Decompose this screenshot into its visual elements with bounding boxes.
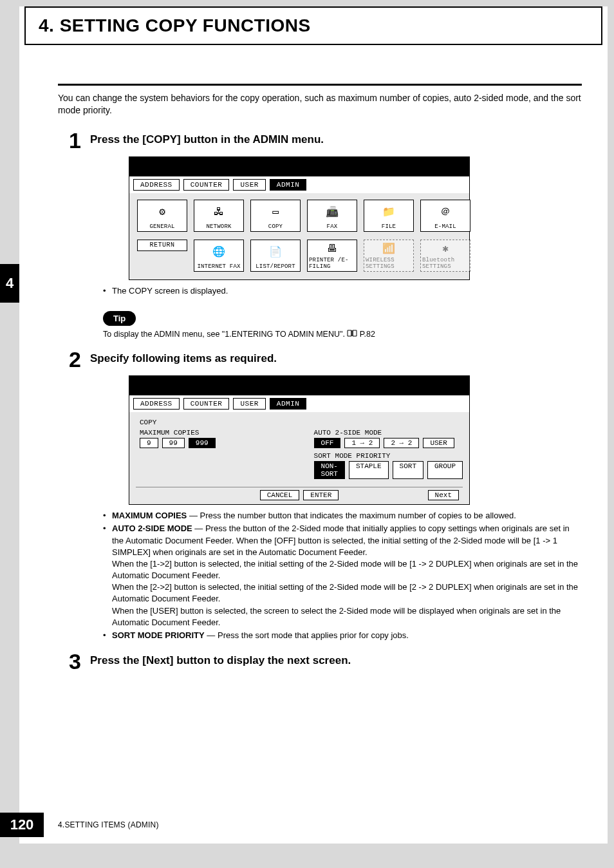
auto-2side-label: AUTO 2-SIDE MODE [314,429,463,437]
admin-menu-wireless: 📶WIRELESS SETTINGS [364,240,414,272]
fax-icon: 📠 [326,202,339,223]
tab-admin[interactable]: ADMIN [270,179,307,191]
step-2: 2 Specify following items as required. [64,348,582,370]
chapter-header: 4. SETTING COPY FUNCTIONS [24,6,602,45]
side-chapter-tab: 4 [0,264,19,303]
admin-menu-general[interactable]: ⚙GENERAL [137,200,187,232]
screenshot-topbar [129,376,469,395]
max-copies-9[interactable]: 9 [140,438,158,448]
copy-settings-screenshot: ADDRESS COUNTER USER ADMIN COPY MAXIMUM … [129,375,470,505]
sort-staple[interactable]: STAPLE [349,461,389,479]
step-number: 3 [64,650,81,672]
auto-2side-1to2[interactable]: 1 → 2 [344,438,380,448]
tab-counter[interactable]: COUNTER [183,398,230,410]
auto-2side-user[interactable]: USER [423,438,454,448]
copy-icon: ▭ [272,202,279,223]
sort-mode-label: SORT MODE PRIORITY [314,452,463,460]
step-1: 1 Press the [COPY] button in the ADMIN m… [64,129,582,151]
wireless-icon: 📶 [382,241,395,257]
max-copies-99[interactable]: 99 [162,438,185,448]
page-reference: P.82 [360,330,375,339]
tip-text: To display the ADMIN menu, see "1.ENTERI… [103,330,582,339]
admin-menu-email[interactable]: ＠E-MAIL [420,200,470,232]
sort-group[interactable]: GROUP [427,461,463,479]
desc-sort-priority: SORT MODE PRIORITY — Press the sort mode… [103,630,582,641]
admin-menu-network[interactable]: 🖧NETWORK [194,200,244,232]
cancel-button[interactable]: CANCEL [260,490,300,500]
screenshot-topbar [129,157,469,176]
tab-address[interactable]: ADDRESS [133,179,180,191]
next-button[interactable]: Next [428,490,459,500]
bluetooth-icon: ✱ [442,241,449,257]
book-icon [347,330,357,339]
step1-note: The COPY screen is displayed. [103,285,582,297]
tab-counter[interactable]: COUNTER [183,179,230,191]
admin-menu-screenshot: ADDRESS COUNTER USER ADMIN ⚙GENERAL 🖧NET… [129,156,470,280]
step-number: 1 [64,129,81,151]
desc-auto-2side: AUTO 2-SIDE MODE — Press the button of t… [103,523,582,628]
chapter-title: 4. SETTING COPY FUNCTIONS [39,15,588,36]
desc-max-copies: MAXIMUM COPIES — Press the number button… [103,510,582,522]
email-icon: ＠ [440,202,451,223]
intro-paragraph: You can change the system behaviors for … [58,92,582,117]
admin-menu-fax[interactable]: 📠FAX [307,200,357,232]
footer-text: 4.SETTING ITEMS (ADMIN) [58,820,159,829]
admin-menu-copy[interactable]: ▭COPY [250,200,301,232]
step-title: Specify following items as required. [90,348,277,365]
sort-sort[interactable]: SORT [393,461,423,479]
file-icon: 📁 [382,202,395,223]
copy-heading: COPY [140,419,463,426]
admin-menu-internet-fax[interactable]: 🌐INTERNET FAX [194,240,244,272]
step-title: Press the [Next] button to display the n… [90,650,351,667]
step-3: 3 Press the [Next] button to display the… [64,650,582,672]
return-button[interactable]: RETURN [137,240,187,251]
auto-2side-off[interactable]: OFF [314,438,341,448]
admin-menu-file[interactable]: 📁FILE [364,200,414,232]
tab-user[interactable]: USER [233,398,265,410]
printer-icon: 🖶 [327,241,337,257]
page-number: 120 [0,813,44,837]
step-number: 2 [64,348,81,370]
auto-2side-2to2[interactable]: 2 → 2 [384,438,419,448]
divider [58,84,582,86]
max-copies-label: MAXIMUM COPIES [140,429,288,437]
sort-nonsort[interactable]: NON-SORT [314,461,345,479]
network-icon: 🖧 [214,202,224,223]
tab-admin[interactable]: ADMIN [270,398,307,410]
internet-fax-icon: 🌐 [212,241,225,263]
admin-menu-list-report[interactable]: 📄LIST/REPORT [250,240,301,272]
general-icon: ⚙ [159,202,165,223]
enter-button[interactable]: ENTER [303,490,339,500]
tab-user[interactable]: USER [233,179,265,191]
step-title: Press the [COPY] button in the ADMIN men… [90,129,324,146]
page-footer: 120 4.SETTING ITEMS (ADMIN) [0,813,608,837]
list-report-icon: 📄 [269,241,282,263]
tip-badge: Tip [103,311,136,326]
admin-menu-printer-efiling[interactable]: 🖶PRINTER /E-FILING [307,240,357,272]
max-copies-999[interactable]: 999 [189,438,216,448]
tab-address[interactable]: ADDRESS [133,398,180,410]
admin-menu-bluetooth: ✱Bluetooth SETTINGS [420,240,470,272]
